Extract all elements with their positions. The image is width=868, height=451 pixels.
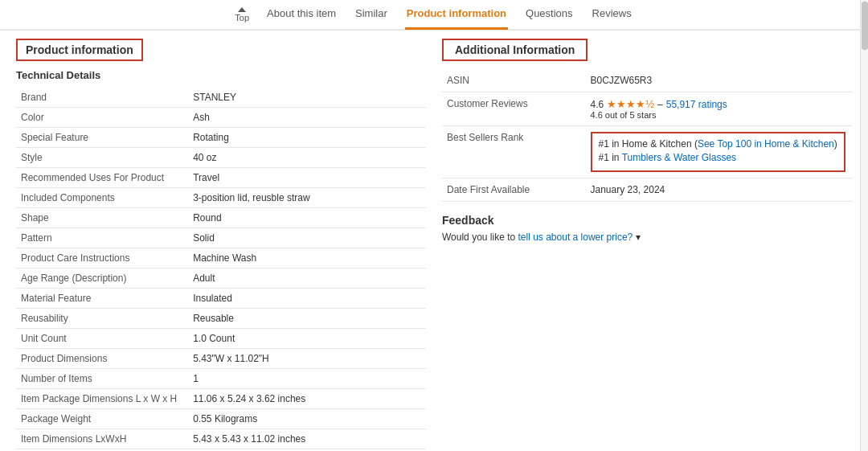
row-value[interactable]: Insulated (188, 289, 426, 309)
table-row: Number of Items1 (16, 369, 426, 389)
table-row: ColorAsh (16, 108, 426, 128)
row-label: Pattern (16, 228, 188, 248)
rating-dash: – (657, 99, 663, 110)
row-value: Adult (188, 269, 426, 289)
row-value: #1 in Home & Kitchen (See Top 100 in Hom… (586, 126, 853, 178)
row-label: Product Care Instructions (16, 248, 188, 269)
top-label: Top (235, 13, 249, 23)
rating-sub: 4.6 out of 5 stars (591, 110, 848, 120)
row-value: B0CJZW65R3 (586, 69, 853, 92)
row-value: Travel (188, 168, 426, 188)
row-label: Color (16, 108, 188, 128)
row-label: Item Dimensions LxWxH (16, 429, 188, 449)
rank-line: #1 in Home & Kitchen (See Top 100 in Hom… (599, 138, 837, 150)
row-value: STANLEY (188, 88, 426, 108)
row-value: Round (188, 208, 426, 228)
row-value: 5.43"W x 11.02"H (188, 349, 426, 369)
row-label: Best Sellers Rank (442, 126, 586, 178)
table-row: Product Care InstructionsMachine Wash (16, 248, 426, 269)
table-row: Special FeatureRotating (16, 128, 426, 148)
table-row: ASINB0CJZW65R3 (442, 69, 852, 92)
row-label: Shape (16, 208, 188, 228)
table-row: Customer Reviews4.6★★★★½–55,917 ratings4… (442, 92, 852, 126)
row-label: Number of Items (16, 369, 188, 389)
row-label: Age Range (Description) (16, 269, 188, 289)
row-label: Included Components (16, 188, 188, 208)
table-row: Best Sellers Rank#1 in Home & Kitchen (S… (442, 126, 852, 178)
table-row: Item Package Dimensions L x W x H11.06 x… (16, 389, 426, 409)
rank-line: #1 in Tumblers & Water Glasses (599, 152, 837, 163)
top-button[interactable]: Top (235, 7, 249, 23)
table-row: PatternSolid (16, 228, 426, 248)
feedback-prefix: Would you like to (442, 232, 518, 243)
additional-information-header: Additional Information (442, 39, 588, 61)
nav-tabs: About this item Similar Product informat… (265, 0, 633, 30)
row-label: Brand (16, 88, 188, 108)
feedback-text: Would you like to tell us about a lower … (442, 232, 852, 243)
row-value[interactable]: Reusable (188, 309, 426, 329)
additional-info-table: ASINB0CJZW65R3Customer Reviews4.6★★★★½–5… (442, 69, 852, 202)
rank-prefix: #1 in (599, 152, 622, 163)
row-value: 40 oz (188, 148, 426, 168)
row-value: Solid (188, 228, 426, 248)
row-label: Reusability (16, 309, 188, 329)
row-label: ASIN (442, 69, 586, 92)
rating-container: 4.6★★★★½–55,917 ratings4.6 out of 5 star… (591, 98, 848, 120)
rank-category-link[interactable]: See Top 100 in Home & Kitchen (698, 138, 834, 150)
scrollbar-thumb[interactable] (862, 2, 868, 50)
tab-about[interactable]: About this item (265, 0, 338, 30)
tab-product-information[interactable]: Product information (405, 0, 508, 30)
row-label: Special Feature (16, 128, 188, 148)
row-value: 1.0 Count (188, 329, 426, 349)
row-value: 1 (188, 369, 426, 389)
row-label: Item Package Dimensions L x W x H (16, 389, 188, 409)
table-row: ShapeRound (16, 208, 426, 228)
table-row: BrandSTANLEY (16, 88, 426, 108)
star-icons: ★★★★½ (607, 98, 654, 110)
table-row: Recommended Uses For ProductTravel (16, 168, 426, 188)
row-label: Customer Reviews (442, 92, 586, 126)
feedback-title: Feedback (442, 214, 852, 227)
table-row: Date First AvailableJanuary 23, 2024 (442, 178, 852, 202)
tab-reviews[interactable]: Reviews (591, 0, 633, 30)
row-value[interactable]: 11.06 x 5.24 x 3.62 inches (188, 389, 426, 409)
rating-count-link[interactable]: 55,917 ratings (666, 99, 727, 110)
row-value: January 23, 2024 (586, 178, 853, 202)
row-value[interactable]: 5.43 x 5.43 x 11.02 inches (188, 429, 426, 449)
lower-price-link[interactable]: tell us about a lower price? (518, 232, 633, 243)
row-value: 4.6★★★★½–55,917 ratings4.6 out of 5 star… (586, 92, 853, 126)
technical-details-subtitle: Technical Details (16, 69, 426, 81)
row-label: Recommended Uses For Product (16, 168, 188, 188)
main-content: Product information Technical Details Br… (0, 31, 868, 451)
row-value: 3-position lid, reusble straw (188, 188, 426, 208)
row-value: Machine Wash (188, 248, 426, 269)
top-arrow-icon (238, 7, 246, 12)
row-label: Package Weight (16, 409, 188, 429)
tab-questions[interactable]: Questions (524, 0, 575, 30)
rank-suffix: ) (834, 138, 837, 150)
feedback-suffix: ▾ (633, 232, 640, 243)
table-row: Included Components3-position lid, reusb… (16, 188, 426, 208)
rating-row: 4.6★★★★½–55,917 ratings (591, 98, 848, 110)
row-label: Material Feature (16, 289, 188, 309)
rank-prefix: #1 in Home & Kitchen ( (599, 138, 698, 150)
table-row: Style40 oz (16, 148, 426, 168)
row-label: Date First Available (442, 178, 586, 202)
row-value: Ash (188, 108, 426, 128)
row-label: Style (16, 148, 188, 168)
right-panel: Additional Information ASINB0CJZW65R3Cus… (442, 39, 852, 451)
rank-category-link-2[interactable]: Tumblers & Water Glasses (622, 152, 736, 163)
row-value: 0.55 Kilograms (188, 409, 426, 429)
technical-details-table: BrandSTANLEYColorAshSpecial FeatureRotat… (16, 88, 426, 451)
table-row: Unit Count1.0 Count (16, 329, 426, 349)
product-information-header: Product information (16, 39, 143, 61)
tab-similar[interactable]: Similar (354, 0, 389, 30)
scrollbar[interactable] (860, 0, 868, 451)
rating-number: 4.6 (591, 99, 604, 110)
row-label: Unit Count (16, 329, 188, 349)
table-row: Product Dimensions5.43"W x 11.02"H (16, 349, 426, 369)
table-row: Age Range (Description)Adult (16, 269, 426, 289)
row-label: Product Dimensions (16, 349, 188, 369)
feedback-section: Feedback Would you like to tell us about… (442, 214, 852, 243)
table-row: ReusabilityReusable (16, 309, 426, 329)
